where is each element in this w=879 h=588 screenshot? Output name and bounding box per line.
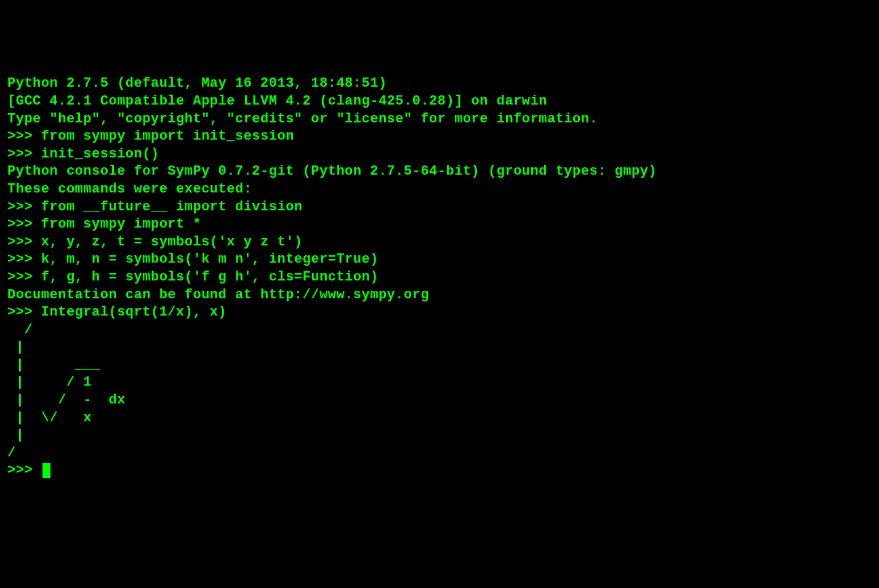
terminal-line: >>> f, g, h = symbols('f g h', cls=Funct…: [7, 269, 872, 287]
terminal-line: Type "help", "copyright", "credits" or "…: [7, 111, 872, 129]
terminal-line: >>> from __future__ import division: [7, 199, 872, 217]
terminal-line: >>> from sympy import *: [7, 216, 872, 234]
terminal-line: | \/ x: [7, 410, 872, 427]
terminal-line: /: [7, 322, 872, 340]
terminal-line: >>> Integral(sqrt(1/x), x): [7, 304, 872, 322]
terminal-line: These commands were executed:: [7, 181, 872, 199]
cursor-icon: [42, 463, 50, 478]
terminal-prompt: >>>: [7, 463, 41, 478]
terminal-line: >>> k, m, n = symbols('k m n', integer=T…: [7, 251, 872, 269]
terminal-line: | / 1: [7, 374, 872, 392]
terminal-line: >>> from sympy import init_session: [7, 128, 872, 146]
terminal-line: Documentation can be found at http://www…: [7, 287, 872, 304]
terminal-line: >>> init_session(): [7, 146, 872, 164]
terminal-line: Python 2.7.5 (default, May 16 2013, 18:4…: [7, 75, 872, 93]
terminal-line: |: [7, 427, 872, 445]
terminal-line: /: [7, 445, 872, 463]
terminal-line: | ___: [7, 357, 872, 375]
terminal-line: [GCC 4.2.1 Compatible Apple LLVM 4.2 (cl…: [7, 93, 872, 111]
terminal-line: | / - dx: [7, 392, 872, 410]
terminal-output[interactable]: Python 2.7.5 (default, May 16 2013, 18:4…: [7, 75, 872, 480]
terminal-prompt-line[interactable]: >>>: [7, 463, 50, 478]
terminal-line: |: [7, 339, 872, 357]
terminal-line: >>> x, y, z, t = symbols('x y z t'): [7, 234, 872, 252]
terminal-line: Python console for SymPy 0.7.2-git (Pyth…: [7, 163, 872, 181]
